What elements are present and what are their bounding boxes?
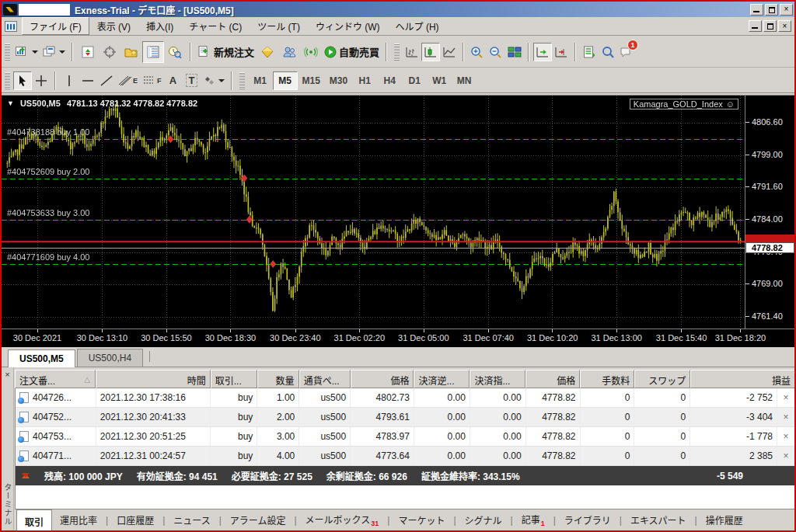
tab-market[interactable]: マーケット [390, 509, 452, 530]
period-d1-button[interactable]: D1 [402, 71, 427, 90]
market-watch-button[interactable] [142, 41, 164, 63]
new-chart-button[interactable] [13, 41, 40, 63]
toolbar-grip[interactable] [5, 72, 10, 89]
text-label-tool-button[interactable]: T [183, 71, 201, 90]
period-m15-button[interactable]: M15 [298, 71, 325, 90]
minimize-button[interactable] [750, 4, 763, 16]
period-m5-button[interactable]: M5 [273, 71, 298, 90]
candlestick-mode-button[interactable] [421, 43, 440, 61]
vertical-line-tool-button[interactable] [60, 71, 79, 90]
order-row[interactable]: 404752... 2021.12.30 20:41:33 buy 2.00 u… [16, 408, 794, 427]
period-m1-button[interactable]: M1 [248, 71, 273, 90]
toolbar-grip[interactable] [394, 43, 400, 61]
tab-alerts[interactable]: アラーム設定 [222, 509, 294, 530]
child-restore-button[interactable] [763, 20, 777, 32]
cursor-tool-button[interactable] [13, 71, 32, 90]
period-h1-button[interactable]: H1 [352, 71, 377, 90]
line-chart-mode-button[interactable] [440, 43, 459, 61]
period-h4-button[interactable]: H4 [377, 71, 402, 90]
terminal-close-button[interactable]: × [2, 370, 12, 381]
close-button[interactable]: × [780, 4, 793, 16]
child-minimize-button[interactable] [749, 20, 762, 32]
fibonacci-tool-button[interactable]: F [140, 71, 164, 90]
tab-experts[interactable]: エキスパート [623, 509, 694, 530]
tab-articles[interactable]: 記事1 [514, 509, 553, 531]
signals-button[interactable] [300, 41, 322, 63]
col-type[interactable]: 取引... [211, 370, 257, 388]
crosshair-tool-button[interactable] [32, 71, 51, 90]
search-button[interactable] [599, 43, 617, 61]
symbol-dropdown-icon[interactable]: ▼ [7, 99, 14, 107]
indicators-button[interactable] [580, 43, 599, 61]
close-order-button[interactable]: × [777, 427, 794, 446]
toolbar-grip[interactable] [239, 72, 245, 89]
chart-tab-us500-h4[interactable]: US500,H4 [77, 349, 143, 367]
favorites-button[interactable] [120, 41, 142, 63]
col-price-current[interactable]: 価格 [525, 370, 580, 388]
time-tick-mark [681, 329, 682, 332]
child-close-button[interactable]: × [778, 20, 791, 32]
notifications-button[interactable]: 1 [617, 43, 636, 61]
zoom-in-button[interactable] [468, 43, 487, 61]
menu-tools[interactable]: ツール (T) [250, 17, 308, 35]
close-order-button[interactable]: × [777, 408, 794, 426]
col-swap[interactable]: スワップ [634, 370, 690, 388]
order-row[interactable]: 404753... 2021.12.30 20:51:25 buy 3.00 u… [16, 427, 794, 447]
equidistant-channel-tool-button[interactable]: E [116, 71, 140, 90]
horizontal-line-tool-button[interactable] [79, 71, 97, 90]
zoom-out-button[interactable] [487, 43, 505, 61]
tab-mailbox[interactable]: メールボックス31 [298, 509, 387, 531]
col-order[interactable]: 注文番...△ [15, 370, 96, 388]
trendline-tool-button[interactable] [97, 71, 116, 90]
market-prices-button[interactable] [77, 41, 99, 63]
tab-separator: | [106, 515, 108, 526]
close-order-button[interactable]: × [777, 447, 794, 465]
order-row[interactable]: 404771... 2021.12.31 00:24:57 buy 4.00 u… [16, 447, 794, 466]
new-order-button[interactable]: 新規注文 [195, 41, 257, 63]
metaeditor-button[interactable] [257, 41, 278, 63]
tab-account-history[interactable]: 口座履歴 [109, 509, 162, 530]
menu-chart[interactable]: チャート (C) [181, 17, 250, 35]
chart-shift-button[interactable] [552, 43, 571, 61]
col-volume[interactable]: 数量 [257, 370, 299, 388]
chart-tab-us500-m5[interactable]: US500,M5 [8, 349, 75, 367]
tab-library[interactable]: ライブラリ [557, 509, 619, 530]
community-button[interactable] [278, 41, 300, 63]
menu-file[interactable]: ファイル (F) [22, 17, 89, 35]
arrows-tool-button[interactable] [201, 71, 227, 90]
tab-exposure[interactable]: 運用比率 [52, 509, 105, 530]
period-m30-button[interactable]: M30 [325, 71, 352, 90]
profiles-button[interactable] [40, 41, 68, 63]
tab-journal[interactable]: 操作履歴 [698, 509, 751, 530]
expert-advisor-label[interactable]: Kamagra_GOLD_Index ☺ [630, 99, 738, 110]
menu-insert[interactable]: 挿入(I) [138, 17, 181, 35]
col-stoploss[interactable]: 決済逆... [414, 370, 470, 388]
restore-button[interactable] [765, 4, 778, 16]
chart-window-icon[interactable] [5, 21, 17, 32]
candlestick-chart-canvas[interactable] [2, 96, 745, 329]
tab-news[interactable]: ニュース [166, 509, 218, 530]
col-time[interactable]: 時間 [96, 370, 211, 388]
period-mn-button[interactable]: MN [452, 71, 477, 90]
col-symbol[interactable]: 通貨ペ... [299, 370, 351, 388]
autotrading-button[interactable]: 自動売買 [322, 41, 382, 63]
tile-windows-button[interactable] [505, 43, 524, 61]
auto-scroll-button[interactable] [533, 43, 552, 61]
text-tool-button[interactable]: A [164, 71, 183, 90]
crosshair-navigator-button[interactable] [99, 41, 120, 63]
order-row[interactable]: 404726... 2021.12.30 17:38:16 buy 1.00 u… [16, 388, 794, 408]
close-order-button[interactable]: × [777, 388, 794, 407]
col-profit[interactable]: 損益 [690, 370, 794, 388]
menu-help[interactable]: ヘルプ (H) [388, 17, 447, 35]
col-price-open[interactable]: 価格 [351, 370, 414, 388]
col-commission[interactable]: 手数料 [580, 370, 634, 388]
bar-chart-mode-button[interactable] [403, 43, 421, 61]
tab-signals[interactable]: シグナル [457, 509, 510, 530]
data-window-button[interactable] [164, 41, 186, 63]
col-takeprofit[interactable]: 決済指... [470, 370, 525, 388]
menu-view[interactable]: 表示 (V) [89, 17, 138, 35]
menu-window[interactable]: ウィンドウ (W) [308, 17, 388, 35]
toolbar-grip[interactable] [5, 43, 10, 61]
period-w1-button[interactable]: W1 [427, 71, 452, 90]
tab-trade[interactable]: 取引 [16, 509, 52, 532]
